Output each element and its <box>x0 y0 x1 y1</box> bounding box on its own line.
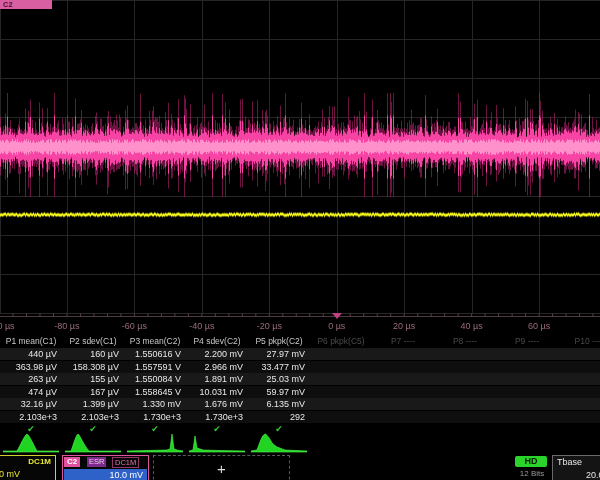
measure-cell: 263 µV <box>0 373 62 385</box>
measure-cell: 1.676 mV <box>186 398 248 410</box>
measure-header-10[interactable]: P10 ---- <box>558 335 600 347</box>
measure-row: 440 µV160 µV1.550616 V2.200 mV27.97 mV <box>0 348 600 360</box>
plus-icon: + <box>217 460 226 477</box>
measurement-histicon-p5[interactable] <box>251 432 307 453</box>
hd-bits-label: 12 Bits <box>515 469 549 478</box>
measure-cell <box>434 373 496 385</box>
measure-cell: 1.550616 V <box>124 348 186 360</box>
measure-cell: 10.031 mV <box>186 386 248 398</box>
time-axis-label: 0 µs <box>328 321 345 331</box>
measure-cell: 2.200 mV <box>186 348 248 360</box>
measure-cell <box>496 361 558 373</box>
measurement-histicon-p4[interactable] <box>189 432 245 453</box>
measure-cell <box>558 361 600 373</box>
measure-cell: 363.98 µV <box>0 361 62 373</box>
measurement-histicon-p3[interactable] <box>127 432 183 453</box>
measure-cell <box>310 361 372 373</box>
measure-row: 2.103e+32.103e+31.730e+31.730e+3292 <box>0 411 600 423</box>
measure-cell <box>372 398 434 410</box>
measure-cell <box>496 386 558 398</box>
c1-scale-value: 0 mV <box>0 469 20 479</box>
measure-header-9[interactable]: P9 ---- <box>496 335 558 347</box>
c1-coupling-label: DC1M <box>28 457 51 466</box>
measure-cell: 1.557591 V <box>124 361 186 373</box>
measure-cell <box>372 411 434 423</box>
measure-cell: 155 µV <box>62 373 124 385</box>
measure-cell: 292 <box>248 411 310 423</box>
measure-cell: 2.103e+3 <box>0 411 62 423</box>
measure-cell <box>310 398 372 410</box>
measure-cell <box>372 348 434 360</box>
measure-header-8[interactable]: P8 ---- <box>434 335 496 347</box>
measure-cell: 2.103e+3 <box>62 411 124 423</box>
time-axis: -100 µs-80 µs-60 µs-40 µs-20 µs0 µs20 µs… <box>0 318 600 334</box>
measure-cell <box>496 373 558 385</box>
measure-cell: 1.730e+3 <box>186 411 248 423</box>
measure-header-7[interactable]: P7 ---- <box>372 335 434 347</box>
measure-header-5[interactable]: P5 pkpk(C2) <box>248 335 310 347</box>
measure-cell <box>310 348 372 360</box>
tbase-label: Tbase <box>557 457 582 467</box>
measure-cell <box>434 411 496 423</box>
measure-cell <box>496 411 558 423</box>
measure-table: P1 mean(C1)P2 sdev(C1)P3 mean(C2)P4 sdev… <box>0 335 600 432</box>
measure-cell <box>558 373 600 385</box>
time-axis-label: 40 µs <box>461 321 483 331</box>
measure-cell: 2.966 mV <box>186 361 248 373</box>
measure-cell: 160 µV <box>62 348 124 360</box>
trace-label-c2: C2 <box>0 0 52 9</box>
measure-cell: 1.399 µV <box>62 398 124 410</box>
measure-cell: 1.730e+3 <box>124 411 186 423</box>
measure-cell: 474 µV <box>0 386 62 398</box>
measure-header-3[interactable]: P3 mean(C2) <box>124 335 186 347</box>
channel-descriptor-c2[interactable]: C2 ESR DC1M 10.0 mV <box>62 455 149 480</box>
time-axis-label: -40 µs <box>189 321 214 331</box>
measure-cell <box>434 386 496 398</box>
measure-cell: 59.97 mV <box>248 386 310 398</box>
measure-cell: 158.308 µV <box>62 361 124 373</box>
measure-header-4[interactable]: P4 sdev(C2) <box>186 335 248 347</box>
channel-descriptor-c1[interactable]: DC1M 0 mV <box>0 455 56 480</box>
histicon-row <box>0 432 600 454</box>
measure-row: 32.16 µV1.399 µV1.330 mV1.676 mV6.135 mV <box>0 398 600 410</box>
measure-cell: 440 µV <box>0 348 62 360</box>
c2-channel-tag: C2 <box>64 457 80 467</box>
measure-cell <box>310 411 372 423</box>
measurement-histicon-p2[interactable] <box>65 432 121 453</box>
measure-header-1[interactable]: P1 mean(C1) <box>0 335 62 347</box>
time-axis-label: 60 µs <box>528 321 550 331</box>
measure-cell: 6.135 mV <box>248 398 310 410</box>
measure-row: 263 µV155 µV1.550084 V1.891 mV25.03 mV <box>0 373 600 385</box>
measure-cell <box>496 348 558 360</box>
measure-cell <box>434 398 496 410</box>
time-axis-label: -80 µs <box>54 321 79 331</box>
measure-cell <box>558 386 600 398</box>
add-trace-button[interactable]: + <box>153 455 290 480</box>
waveform-display[interactable] <box>0 0 600 318</box>
timebase-descriptor[interactable]: Tbase 20.0 <box>552 455 600 480</box>
measure-cell: 32.16 µV <box>0 398 62 410</box>
tbase-value: 20.0 <box>586 470 600 480</box>
measure-cell: 167 µV <box>62 386 124 398</box>
measure-cell <box>310 386 372 398</box>
measure-cell: 1.550084 V <box>124 373 186 385</box>
c2-coupling-label: DC1M <box>112 457 139 468</box>
time-axis-label: -20 µs <box>257 321 282 331</box>
bottom-toolbar: DC1M 0 mV C2 ESR DC1M 10.0 mV + HD 12 Bi… <box>0 454 600 480</box>
measure-cell <box>372 361 434 373</box>
c2-scale-value: 10.0 mV <box>64 469 147 480</box>
measure-cell: 25.03 mV <box>248 373 310 385</box>
measure-cell: 1.891 mV <box>186 373 248 385</box>
measure-cell: 33.477 mV <box>248 361 310 373</box>
measure-cell <box>310 373 372 385</box>
measure-cell <box>496 398 558 410</box>
measure-header-6[interactable]: P6 pkpk(C5) <box>310 335 372 347</box>
measure-cell <box>558 411 600 423</box>
measure-cell: 27.97 mV <box>248 348 310 360</box>
measure-row: 474 µV167 µV1.558645 V10.031 mV59.97 mV <box>0 386 600 398</box>
measure-header-2[interactable]: P2 sdev(C1) <box>62 335 124 347</box>
measure-cell <box>372 386 434 398</box>
time-axis-label: -100 µs <box>0 321 15 331</box>
measure-cell: 1.558645 V <box>124 386 186 398</box>
measurement-histicon-p1[interactable] <box>3 432 59 453</box>
